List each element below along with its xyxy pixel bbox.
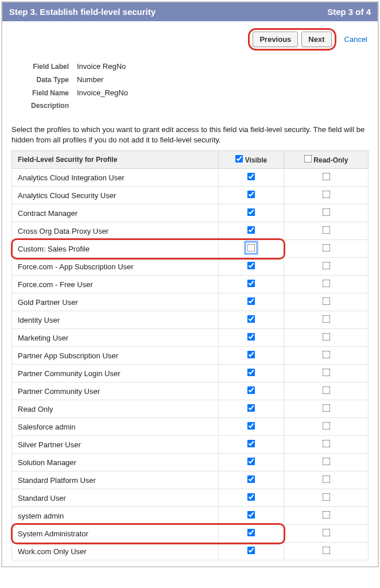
readonly-checkbox[interactable] [322,173,330,181]
readonly-cell [284,400,369,418]
next-button[interactable]: Next [301,32,331,47]
readonly-checkbox[interactable] [322,297,330,305]
readonly-checkbox[interactable] [322,440,330,448]
readonly-cell [284,489,369,507]
readonly-checkbox[interactable] [322,208,330,216]
profile-row: Identity User [12,311,369,329]
wizard-step-indicator: Step 3 of 4 [327,7,371,17]
visible-cell [219,471,284,489]
visible-checkbox[interactable] [247,297,255,305]
readonly-cell [284,187,369,204]
visible-checkbox[interactable] [247,529,255,537]
cancel-link[interactable]: Cancel [344,35,367,44]
readonly-checkbox[interactable] [322,191,330,199]
readonly-checkbox[interactable] [322,404,330,412]
visible-checkbox[interactable] [247,262,255,270]
readonly-checkbox[interactable] [322,244,330,252]
visible-cell [219,543,284,560]
nav-buttons-group: Previous Next [248,28,336,51]
field-label-value: Invoice RegNo [77,62,126,71]
visible-checkbox[interactable] [247,351,255,359]
readonly-checkbox[interactable] [322,315,330,323]
readonly-checkbox[interactable] [322,511,330,519]
readonly-cell [284,507,369,525]
visible-cell [219,276,284,293]
readonly-checkbox[interactable] [322,547,330,555]
instructions-text: Select the profiles to which you want to… [2,125,378,150]
readonly-checkbox[interactable] [322,458,330,466]
profile-row: Analytics Cloud Security User [12,187,369,204]
visible-cell [219,222,284,240]
profile-name-cell: Read Only [12,400,219,418]
profile-row: system admin [12,507,369,525]
readonly-checkbox[interactable] [322,422,330,430]
table-header-readonly: Read-Only [284,151,369,169]
profile-row: Read Only [12,400,369,418]
readonly-checkbox[interactable] [322,493,330,501]
visible-select-all-checkbox[interactable] [235,155,243,163]
visible-checkbox[interactable] [247,440,255,448]
profile-name-cell: Analytics Cloud Security User [12,187,219,204]
visible-cell [219,204,284,222]
visible-cell [219,418,284,436]
readonly-cell [284,525,369,543]
visible-checkbox[interactable] [247,315,255,323]
readonly-cell [284,258,369,276]
profile-row: Partner Community User [12,382,369,400]
visible-checkbox[interactable] [247,173,255,181]
profile-name-cell: Gold Partner User [12,293,219,311]
readonly-checkbox[interactable] [322,226,330,234]
profile-row: Salesforce admin [12,418,369,436]
visible-cell [219,365,284,382]
visible-checkbox[interactable] [247,226,255,234]
visible-checkbox[interactable] [247,493,255,501]
visible-checkbox[interactable] [247,369,255,377]
visible-checkbox[interactable] [247,475,255,483]
table-header-profile: Field-Level Security for Profile [12,151,219,169]
visible-cell [219,187,284,204]
visible-checkbox[interactable] [247,244,255,252]
readonly-checkbox[interactable] [322,475,330,483]
readonly-cell [284,347,369,365]
readonly-checkbox[interactable] [322,386,330,394]
visible-cell [219,436,284,454]
visible-header-label: Visible [245,156,267,164]
profile-row: Work.com Only User [12,543,369,560]
visible-checkbox[interactable] [247,386,255,394]
readonly-checkbox[interactable] [322,262,330,270]
visible-checkbox[interactable] [247,511,255,519]
visible-checkbox[interactable] [247,422,255,430]
visible-checkbox[interactable] [247,208,255,216]
visible-checkbox[interactable] [247,333,255,341]
data-type-label: Data Type [14,76,77,84]
visible-checkbox[interactable] [247,458,255,466]
profile-name-cell: Partner App Subscription User [12,347,219,365]
field-details: Field Label Invoice RegNo Data Type Numb… [2,56,378,125]
visible-checkbox[interactable] [247,404,255,412]
description-label: Description [14,102,77,110]
profile-row: Force.com - Free User [12,276,369,293]
profile-name-cell: Standard Platform User [12,471,219,489]
profile-row: Marketing User [12,329,369,347]
visible-checkbox[interactable] [247,191,255,199]
readonly-select-all-checkbox[interactable] [304,155,312,163]
visible-cell [219,169,284,187]
readonly-checkbox[interactable] [322,369,330,377]
profile-row: Solution Manager [12,454,369,471]
readonly-checkbox[interactable] [322,280,330,288]
profile-row: Partner App Subscription User [12,347,369,365]
readonly-checkbox[interactable] [322,351,330,359]
readonly-checkbox[interactable] [322,529,330,537]
visible-checkbox[interactable] [247,547,255,555]
profile-row: Contract Manager [12,204,369,222]
readonly-checkbox[interactable] [322,333,330,341]
profile-name-cell: Contract Manager [12,204,219,222]
visible-cell [219,400,284,418]
profile-row: Custom: Sales Profile [12,240,369,258]
visible-cell [219,293,284,311]
profile-name-cell: system admin [12,507,219,525]
readonly-cell [284,329,369,347]
previous-button[interactable]: Previous [253,32,298,47]
visible-checkbox[interactable] [247,280,255,288]
visible-cell [219,329,284,347]
